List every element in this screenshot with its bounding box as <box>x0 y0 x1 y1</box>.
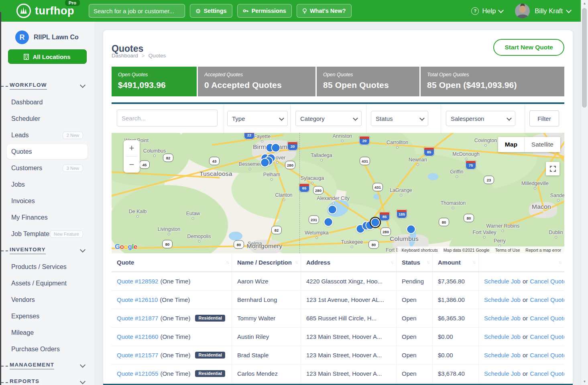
scrollbar-thumb[interactable] <box>582 8 587 108</box>
quotes-map[interactable]: FayetteWest PointColumbusTuscaloosaBirmi… <box>112 133 564 253</box>
map-marker[interactable] <box>372 219 379 226</box>
keyboard-shortcuts-link[interactable]: Keyboard shortcuts <box>401 248 437 253</box>
sidebar-item-jobs[interactable]: Jobs <box>0 176 94 193</box>
map-marker[interactable] <box>261 159 269 167</box>
schedule-job-link[interactable]: Schedule Job <box>484 333 521 340</box>
cancel-quote-link[interactable]: Cancel Quote <box>530 278 564 285</box>
section-workflow[interactable]: WORKFLOW <box>0 77 94 94</box>
map-city-label: Fort Valley <box>473 230 496 235</box>
sort-icon[interactable]: ↑↓ <box>295 260 297 265</box>
fullscreen-icon <box>550 166 556 172</box>
terms-of-use-link[interactable]: Terms of Use <box>495 248 520 253</box>
sidebar-item-invoices[interactable]: Invoices <box>0 193 94 209</box>
schedule-job-link[interactable]: Schedule Job <box>484 278 521 285</box>
map-city-label: Columbus <box>390 235 419 242</box>
quotes-search-input[interactable] <box>117 110 218 126</box>
sidebar-item-purchase-orders[interactable]: Purchase Orders <box>0 341 94 357</box>
schedule-job-link[interactable]: Schedule Job <box>484 315 521 322</box>
quote-link[interactable]: Quote #121660 <box>117 333 158 340</box>
column-header-quote: Quote↑↓ <box>112 253 232 271</box>
filter-button[interactable]: Filter <box>529 110 559 126</box>
cancel-quote-link[interactable]: Cancel Quote <box>530 352 564 359</box>
cancel-quote-link[interactable]: Cancel Quote <box>530 333 564 340</box>
section-management[interactable]: MANAGEMENT <box>0 357 94 374</box>
cancel-quote-link[interactable]: Cancel Quote <box>530 315 564 322</box>
table-row: Quote #121055(One Time)Residential Carlo… <box>112 365 564 383</box>
cancel-quote-link[interactable]: Cancel Quote <box>530 370 564 377</box>
user-avatar[interactable] <box>515 4 530 18</box>
sidebar-item-vendors[interactable]: Vendors <box>0 291 94 308</box>
report-map-error-link[interactable]: Report a map error <box>525 248 561 253</box>
interstate-shield-icon: 65 <box>299 183 310 193</box>
sidebar-item-assets-equipment[interactable]: Assets / Equipment <box>0 275 94 291</box>
sort-icon[interactable]: ↑↓ <box>559 260 561 265</box>
satellite-view-button[interactable]: Satellite <box>525 137 560 152</box>
actions-cell: Schedule JoborCancel Quote <box>479 346 564 364</box>
sidebar-item-mileage[interactable]: Mileage <box>0 324 94 341</box>
map-city-label: Eutaw <box>186 211 200 216</box>
global-search-input[interactable] <box>89 4 185 18</box>
map-attribution: Keyboard shortcuts Map data ©2021 Google… <box>397 246 564 253</box>
cancel-quote-link[interactable]: Cancel Quote <box>530 296 564 303</box>
map-marker[interactable] <box>329 206 336 214</box>
category-filter-select[interactable]: Category <box>295 111 362 126</box>
sidebar-item-label: Job Templates <box>11 230 53 237</box>
sidebar-item-my-finances[interactable]: My Finances <box>0 209 94 226</box>
map-city-label: LaGrange <box>390 187 412 193</box>
salesperson-filter-select[interactable]: Salesperson <box>446 111 515 126</box>
schedule-job-link[interactable]: Schedule Job <box>484 370 521 377</box>
sidebar-item-label: My Finances <box>11 214 48 221</box>
schedule-job-link[interactable]: Schedule Job <box>484 352 521 359</box>
quote-link[interactable]: Quote #121577 <box>117 352 158 359</box>
fullscreen-button[interactable] <box>546 162 560 175</box>
map-city-label: Bessemer <box>239 161 261 167</box>
sort-icon[interactable]: ↑↓ <box>391 260 393 265</box>
zoom-in-button[interactable]: + <box>124 140 140 156</box>
schedule-job-link[interactable]: Schedule Job <box>484 296 521 303</box>
map-marker[interactable] <box>407 226 415 233</box>
section-reports[interactable]: REPORTS <box>0 374 94 385</box>
map-marker[interactable] <box>272 144 280 152</box>
status-value: Open <box>402 315 417 322</box>
quote-link[interactable]: Quote #126110 <box>117 296 158 303</box>
sidebar-item-customers[interactable]: Customers 3 New <box>0 160 94 176</box>
map-view-button[interactable]: Map <box>498 137 524 152</box>
quote-link[interactable]: Quote #121877 <box>117 315 158 322</box>
company-switcher[interactable]: R RIIPL Lawn Co <box>15 31 94 44</box>
brand-logo[interactable]: turfhop Pro <box>16 3 74 18</box>
us-route-shield-icon: 45 <box>139 161 150 169</box>
user-menu[interactable]: Billy Kraft <box>535 7 571 15</box>
settings-button[interactable]: ⚙ Settings <box>190 4 232 18</box>
help-menu[interactable]: ? Help <box>471 7 503 15</box>
sidebar-item-products-services[interactable]: Products / Services <box>0 259 94 275</box>
sidebar-item-job-templates[interactable]: Job Templates New Feature <box>0 226 94 242</box>
type-filter-select[interactable]: Type <box>227 111 288 126</box>
quote-link[interactable]: Quote #121055 <box>117 370 158 377</box>
status-filter-select[interactable]: Status <box>371 111 428 126</box>
start-new-quote-button[interactable]: Start New Quote <box>493 39 564 56</box>
permissions-button[interactable]: Permissions <box>237 4 292 18</box>
scroll-down-arrow[interactable]: ▼ <box>581 380 588 383</box>
scroll-up-arrow[interactable]: ▲ <box>581 2 588 5</box>
sort-icon[interactable]: ↑↓ <box>427 260 429 265</box>
sidebar-item-expenses[interactable]: Expenses <box>0 308 94 324</box>
map-marker[interactable] <box>325 218 332 226</box>
whats-new-button[interactable]: What's New? <box>297 4 352 18</box>
sidebar-item-quotes[interactable]: Quotes <box>7 144 87 159</box>
sort-icon[interactable]: ↑↓ <box>226 260 228 265</box>
chevron-down-icon <box>80 247 85 253</box>
all-locations-button[interactable]: All Locations <box>8 49 87 64</box>
section-inventory[interactable]: INVENTORY <box>0 242 94 259</box>
breadcrumb-dashboard[interactable]: Dashboard <box>112 53 138 59</box>
or-text: or <box>523 333 528 340</box>
sort-icon[interactable]: ↑↓ <box>473 260 475 265</box>
zoom-out-button[interactable]: − <box>124 157 140 173</box>
quote-link[interactable]: Quote #128592 <box>117 278 158 285</box>
page-scrollbar[interactable]: ▲ ▼ <box>581 0 588 385</box>
sidebar-item-scheduler[interactable]: Scheduler <box>0 110 94 127</box>
sidebar-item-dashboard[interactable]: Dashboard <box>0 94 94 110</box>
actions-cell: Schedule JoborCancel Quote <box>479 328 564 346</box>
sidebar-item-leads[interactable]: Leads 2 New <box>0 127 94 143</box>
column-label: Name / Description <box>237 259 292 266</box>
amount-value: $0.00 <box>438 333 453 340</box>
